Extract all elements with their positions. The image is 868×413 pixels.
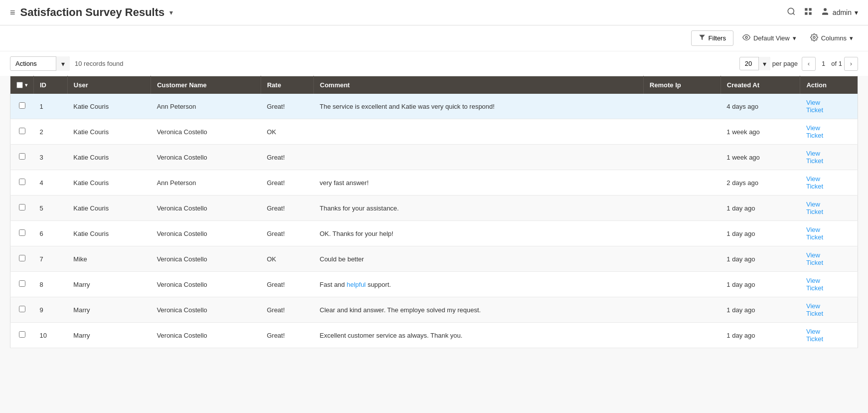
table-row: 4Katie CourisAnn PetersonGreat!very fast… [10,170,858,196]
filters-button[interactable]: Filters [691,30,733,46]
header-left: ≡ Satisfaction Survey Results ▾ [10,6,173,19]
cell-action[interactable]: View Ticket [800,297,858,323]
view-ticket-link[interactable]: View Ticket [806,201,823,215]
col-action: Action [800,76,858,94]
table-row: 8MarryVeronica CostelloGreat!Fast and he… [10,272,858,297]
view-ticket-link[interactable]: View Ticket [806,226,823,241]
row-checkbox-cell[interactable] [10,94,34,119]
cell-user: Marry [67,323,150,348]
view-ticket-link[interactable]: View Ticket [806,124,823,139]
table-row: 6Katie CourisVeronica CostelloGreat!OK. … [10,221,858,246]
svg-rect-2 [805,8,807,10]
row-checkbox-cell[interactable] [10,272,34,297]
row-checkbox-cell[interactable] [10,297,34,323]
table-container: ▾ ID User Customer Name Rate Comment Rem… [0,76,868,358]
cell-action[interactable]: View Ticket [800,323,858,348]
user-dropdown-icon: ▾ [855,8,858,16]
row-checkbox[interactable] [19,128,25,134]
svg-marker-7 [699,35,705,40]
view-ticket-link[interactable]: View Ticket [806,277,823,292]
svg-rect-5 [809,12,811,14]
actions-bar: Actions ▾ 10 records found 20 50 100 ▾ p… [0,51,868,76]
default-view-button[interactable]: Default View ▾ [737,30,801,46]
view-ticket-link[interactable]: View Ticket [806,251,823,266]
cell-action[interactable]: View Ticket [800,221,858,246]
user-menu[interactable]: admin ▾ [821,7,858,18]
row-checkbox[interactable] [19,229,25,236]
table-row: 7MikeVeronica CostelloOKCould be better1… [10,246,858,272]
cell-remote-ip [643,297,721,323]
row-checkbox-cell[interactable] [10,145,34,170]
row-checkbox-cell[interactable] [10,221,34,246]
view-ticket-link[interactable]: View Ticket [806,150,823,165]
cell-action[interactable]: View Ticket [800,196,858,221]
table-row: 1Katie CourisAnn PetersonGreat!The servi… [10,94,858,119]
title-dropdown-icon[interactable]: ▾ [169,8,173,16]
eye-icon [742,33,750,43]
row-checkbox-cell[interactable] [10,196,34,221]
cell-rate: Great! [261,297,313,323]
search-icon[interactable] [787,7,796,18]
cell-comment: Fast and helpful support. [314,272,644,297]
cell-action[interactable]: View Ticket [800,170,858,196]
svg-point-8 [745,36,747,38]
view-dropdown-icon: ▾ [793,34,796,42]
row-checkbox-cell[interactable] [10,119,34,145]
cell-user: Katie Couris [67,119,150,145]
prev-page-button[interactable]: ‹ [802,57,816,71]
row-checkbox-cell[interactable] [10,170,34,196]
cell-comment [314,119,644,145]
checkbox-dropdown-icon[interactable]: ▾ [25,82,27,88]
select-all-checkbox[interactable] [16,82,23,88]
cell-customer-name: Veronica Costello [151,272,261,297]
cell-action[interactable]: View Ticket [800,145,858,170]
next-page-button[interactable]: › [844,57,858,71]
row-checkbox[interactable] [19,102,25,109]
col-remote-ip: Remote Ip [643,76,721,94]
table-header-row: ▾ ID User Customer Name Rate Comment Rem… [10,76,858,94]
cell-created-at: 1 day ago [721,246,800,272]
row-checkbox[interactable] [19,331,25,338]
view-ticket-link[interactable]: View Ticket [806,99,823,114]
select-all-header[interactable]: ▾ [10,76,34,94]
user-label: admin [833,8,852,16]
row-checkbox-cell[interactable] [10,323,34,348]
per-page-dropdown-button[interactable]: ▾ [758,57,770,70]
cell-customer-name: Veronica Costello [151,221,261,246]
row-checkbox[interactable] [19,204,25,210]
actions-dropdown-button[interactable]: ▾ [56,56,70,71]
cell-id: 10 [34,323,68,348]
cell-rate: Great! [261,323,313,348]
hamburger-icon[interactable]: ≡ [10,7,15,18]
cell-created-at: 1 day ago [721,196,800,221]
cell-remote-ip [643,170,721,196]
columns-button[interactable]: Columns ▾ [805,30,858,46]
row-checkbox[interactable] [19,255,25,261]
cell-action[interactable]: View Ticket [800,272,858,297]
view-ticket-link[interactable]: View Ticket [806,328,823,343]
cell-action[interactable]: View Ticket [800,94,858,119]
toolbar: Filters Default View ▾ Columns ▾ [0,25,868,51]
view-ticket-link[interactable]: View Ticket [806,302,823,317]
cell-remote-ip [643,196,721,221]
cell-comment: The service is excellent and Katie was v… [314,94,644,119]
results-table: ▾ ID User Customer Name Rate Comment Rem… [10,76,858,348]
cell-action[interactable]: View Ticket [800,119,858,145]
row-checkbox[interactable] [19,306,25,312]
row-checkbox[interactable] [19,153,25,160]
row-checkbox-cell[interactable] [10,246,34,272]
records-count: 10 records found [75,60,124,67]
svg-rect-4 [805,12,807,14]
view-ticket-link[interactable]: View Ticket [806,175,823,190]
cell-remote-ip [643,246,721,272]
table-row: 3Katie CourisVeronica CostelloGreat!1 we… [10,145,858,170]
cell-id: 2 [34,119,68,145]
cell-user: Marry [67,297,150,323]
grid-icon[interactable] [804,7,813,18]
top-header: ≡ Satisfaction Survey Results ▾ admin ▾ [0,0,868,25]
cell-created-at: 4 days ago [721,94,800,119]
row-checkbox[interactable] [19,179,25,185]
cell-action[interactable]: View Ticket [800,246,858,272]
gear-icon [810,33,818,43]
row-checkbox[interactable] [19,280,25,287]
